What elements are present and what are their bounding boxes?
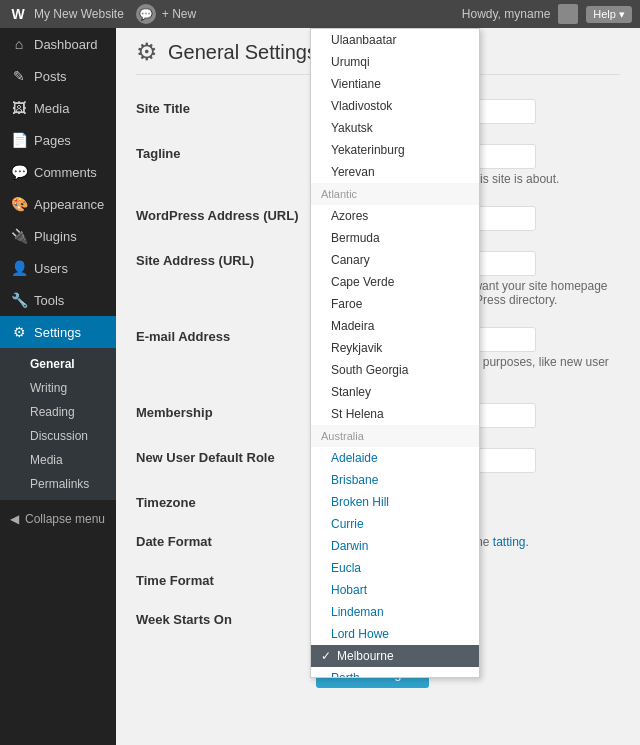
dropdown-item-south-georgia[interactable]: South Georgia [311, 359, 479, 381]
dropdown-item-cape-verde[interactable]: Cape Verde [311, 271, 479, 293]
email-label: E-mail Address [136, 317, 316, 393]
dropdown-item-madeira[interactable]: Madeira [311, 315, 479, 337]
dropdown-item-canary[interactable]: Canary [311, 249, 479, 271]
howdy-greeting: Howdy, myname [462, 7, 550, 21]
help-button[interactable]: Help ▾ [586, 6, 632, 23]
dropdown-item-bermuda[interactable]: Bermuda [311, 227, 479, 249]
dropdown-group-australia: Australia [311, 425, 479, 447]
sidebar-label-comments: Comments [34, 165, 97, 180]
appearance-icon: 🎨 [10, 196, 28, 212]
site-name[interactable]: My New Website [34, 7, 124, 21]
dropdown-item-broken-hill[interactable]: Broken Hill [311, 491, 479, 513]
dropdown-item-currie[interactable]: Currie [311, 513, 479, 535]
subitem-discussion[interactable]: Discussion [0, 424, 116, 448]
dropdown-item-reykjavik[interactable]: Reykjavik [311, 337, 479, 359]
dropdown-item-darwin[interactable]: Darwin [311, 535, 479, 557]
melbourne-label: Melbourne [337, 649, 394, 663]
membership-label: Membership [136, 393, 316, 438]
dropdown-item-vladivostok[interactable]: Vladivostok [311, 95, 479, 117]
new-user-role-label: New User Default Role [136, 438, 316, 483]
wp-address-label: WordPress Address (URL) [136, 196, 316, 241]
sidebar-label-appearance: Appearance [34, 197, 104, 212]
collapse-menu[interactable]: ◀ Collapse menu [0, 504, 116, 534]
sidebar-label-pages: Pages [34, 133, 71, 148]
tagline-label: Tagline [136, 134, 316, 196]
dropdown-item-melbourne[interactable]: ✓ Melbourne [311, 645, 479, 667]
wp-logo[interactable]: W [8, 4, 28, 24]
sidebar-item-appearance[interactable]: 🎨 Appearance [0, 188, 116, 220]
sidebar-label-users: Users [34, 261, 68, 276]
site-address-label: Site Address (URL) [136, 241, 316, 317]
sidebar: ⌂ Dashboard ✎ Posts 🖼 Media 📄 Pages 💬 Co… [0, 28, 116, 745]
users-icon: 👤 [10, 260, 28, 276]
date-format-link[interactable]: tatting. [493, 535, 529, 549]
dropdown-item-stanley[interactable]: Stanley [311, 381, 479, 403]
dropdown-item-yekaterinburg[interactable]: Yekaterinburg [311, 139, 479, 161]
subitem-writing[interactable]: Writing [0, 376, 116, 400]
sidebar-label-settings: Settings [34, 325, 81, 340]
new-item[interactable]: + New [162, 7, 196, 21]
dropdown-item-yerevan[interactable]: Yerevan [311, 161, 479, 183]
dashboard-icon: ⌂ [10, 36, 28, 52]
page-icon: ⚙ [136, 38, 158, 66]
checkmark-icon: ✓ [321, 649, 331, 663]
time-format-label: Time Format [136, 561, 316, 600]
subitem-general[interactable]: General [0, 352, 116, 376]
sidebar-item-comments[interactable]: 💬 Comments [0, 156, 116, 188]
collapse-label: Collapse menu [25, 512, 105, 526]
user-avatar[interactable] [558, 4, 578, 24]
dropdown-item-urumqi[interactable]: Urumqi [311, 51, 479, 73]
sidebar-label-media: Media [34, 101, 69, 116]
dropdown-item-ulaanbaatar[interactable]: Ulaanbaatar [311, 29, 479, 51]
sidebar-item-posts[interactable]: ✎ Posts [0, 60, 116, 92]
pages-icon: 📄 [10, 132, 28, 148]
sidebar-item-pages[interactable]: 📄 Pages [0, 124, 116, 156]
sidebar-item-dashboard[interactable]: ⌂ Dashboard [0, 28, 116, 60]
tools-icon: 🔧 [10, 292, 28, 308]
comments-bubble[interactable]: 💬 [136, 4, 156, 24]
sidebar-item-media[interactable]: 🖼 Media [0, 92, 116, 124]
sidebar-item-users[interactable]: 👤 Users [0, 252, 116, 284]
subitem-reading[interactable]: Reading [0, 400, 116, 424]
subitem-media[interactable]: Media [0, 448, 116, 472]
media-icon: 🖼 [10, 100, 28, 116]
sidebar-item-tools[interactable]: 🔧 Tools [0, 284, 116, 316]
collapse-icon: ◀ [10, 512, 19, 526]
sidebar-label-tools: Tools [34, 293, 64, 308]
dropdown-item-perth[interactable]: Perth [311, 667, 479, 678]
timezone-dropdown[interactable]: Ulaanbaatar Urumqi Vientiane Vladivostok… [310, 28, 480, 678]
dropdown-item-faroe[interactable]: Faroe [311, 293, 479, 315]
dropdown-item-vientiane[interactable]: Vientiane [311, 73, 479, 95]
dropdown-item-eucla[interactable]: Eucla [311, 557, 479, 579]
admin-bar-right: Howdy, myname Help ▾ [462, 4, 632, 24]
sidebar-item-plugins[interactable]: 🔌 Plugins [0, 220, 116, 252]
sidebar-label-dashboard: Dashboard [34, 37, 98, 52]
dropdown-item-st-helena[interactable]: St Helena [311, 403, 479, 425]
settings-submenu: General Writing Reading Discussion Media… [0, 348, 116, 500]
subitem-permalinks[interactable]: Permalinks [0, 472, 116, 496]
page-title: General Settings [168, 41, 317, 64]
settings-icon: ⚙ [10, 324, 28, 340]
timezone-label: Timezone [136, 483, 316, 522]
admin-bar: W My New Website 💬 + New Howdy, myname H… [0, 0, 640, 28]
dropdown-group-atlantic: Atlantic [311, 183, 479, 205]
week-starts-label: Week Starts On [136, 600, 316, 639]
dropdown-item-hobart[interactable]: Hobart [311, 579, 479, 601]
comments-icon: 💬 [10, 164, 28, 180]
sidebar-label-posts: Posts [34, 69, 67, 84]
dropdown-item-azores[interactable]: Azores [311, 205, 479, 227]
dropdown-item-yakutsk[interactable]: Yakutsk [311, 117, 479, 139]
site-title-label: Site Title [136, 89, 316, 134]
sidebar-item-settings[interactable]: ⚙ Settings [0, 316, 116, 348]
dropdown-item-lord-howe[interactable]: Lord Howe [311, 623, 479, 645]
posts-icon: ✎ [10, 68, 28, 84]
dropdown-item-brisbane[interactable]: Brisbane [311, 469, 479, 491]
sidebar-label-plugins: Plugins [34, 229, 77, 244]
date-format-label: Date Format [136, 522, 316, 561]
dropdown-item-adelaide[interactable]: Adelaide [311, 447, 479, 469]
plugins-icon: 🔌 [10, 228, 28, 244]
dropdown-item-lindeman[interactable]: Lindeman [311, 601, 479, 623]
